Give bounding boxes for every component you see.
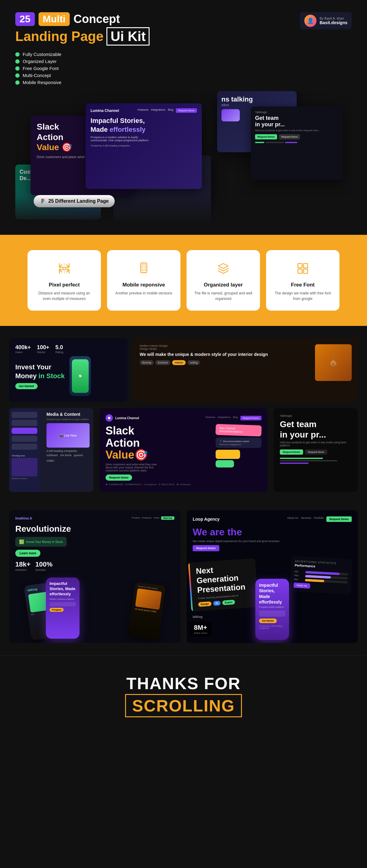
media-hero-bg: 🎬 Live Now	[47, 423, 90, 447]
learn-more-btn[interactable]: Learn more	[15, 550, 40, 557]
svg-rect-9	[303, 264, 308, 268]
big-stat-8m-label: Active users	[194, 632, 207, 634]
invest-cta[interactable]: Start free	[161, 517, 174, 520]
sc-trust-logos: ⊕ CAMBRIAN COMMVAULT Crompton ⊙ SECLOCK …	[105, 483, 211, 486]
svg-rect-3	[41, 202, 43, 203]
tag-chips: Design AI Export	[198, 598, 254, 607]
stock-btn[interactable]: Get Started	[15, 383, 38, 389]
layers-icon	[216, 261, 231, 276]
hero-title-row1: 25 Multi Concept	[15, 12, 150, 26]
rev-text: Revolutionize	[15, 524, 174, 534]
impactful-btn[interactable]: Get Started	[259, 619, 277, 623]
mockup-right: TalkMagic Get teamin your pr... Add your…	[251, 106, 342, 180]
features-list: Fully Customizable Organized Layer Free …	[15, 52, 352, 85]
figma-icon	[40, 198, 46, 204]
center-trust: Trusted by 4,000 leading companies	[91, 144, 197, 147]
tag-interior: interior	[172, 360, 186, 365]
getteam-sub: Add your products to get order in any mo…	[280, 441, 352, 447]
stat-18k: 18k+ Investors	[15, 560, 31, 571]
showcase-getteam: TalkMagic Get teamin your pr... Add your…	[274, 408, 358, 492]
stock-label-5: Rating	[55, 351, 63, 354]
thanks-top: THANKS FOR	[15, 674, 352, 693]
feature-card-layers: Organized layer The file is named, group…	[187, 250, 260, 311]
right-logo: TalkMagic	[255, 111, 338, 114]
invest-nav1: Product	[132, 517, 141, 520]
right-btn1[interactable]: Request Demo	[255, 134, 277, 140]
font-icon-wrap	[294, 259, 312, 278]
right-sub: Add your products to get order in any mo…	[255, 129, 338, 132]
sc-request-demo[interactable]: Request Demo	[240, 416, 262, 421]
font-icon	[296, 261, 310, 276]
chat-text-1: New channel #recommendations	[219, 427, 258, 434]
stat-18k-num: 18k+	[15, 560, 31, 568]
feature-item-2: Free Google Font	[15, 66, 352, 71]
big-stat-8m: 8M+	[194, 624, 207, 632]
sc-slack-subtext: Drive customers and pulse what they care…	[105, 463, 160, 472]
loop-hero-text: We are the	[193, 526, 352, 538]
svg-rect-2	[41, 200, 43, 202]
stock-stat-100: 100+ Stocks	[37, 344, 50, 354]
trust-logo-software: software	[47, 454, 58, 457]
nav-link-features: Features	[137, 108, 149, 113]
interior-text: We will make the unique & modern style o…	[140, 351, 312, 358]
showcase-section: 400k+ Users 100+ Stocks 5.0 Rating Inves…	[0, 326, 367, 510]
talking-label: talking	[193, 615, 203, 619]
slack-nav-name: Lumina Channel	[115, 416, 139, 420]
getteam-bar3	[280, 463, 309, 464]
feature-item-0: Fully Customizable	[15, 52, 352, 57]
preview-section: SlackActionValue 🎯 Drive customers and p…	[15, 91, 352, 226]
mobile-icon-wrap	[134, 259, 153, 278]
tag-ceiling: ceiling	[187, 360, 200, 365]
center-hero-text: Impacful Stories,Made effortlessly	[91, 117, 197, 134]
right-btn2[interactable]: Request Demo	[279, 134, 300, 140]
sidebar-label: Trending Now	[11, 455, 37, 457]
pixel-card-title: Pixel perfect	[49, 282, 80, 288]
phones-area: talking 8M+ Impactful Stories, Made effo…	[9, 578, 180, 639]
getteam-headline: Get teamin your pr...	[280, 419, 352, 440]
sidebar-item-2	[11, 420, 37, 426]
badge-multi: Multi	[38, 12, 70, 26]
author-name: Basit.designs	[319, 20, 347, 25]
revolutionize-content: Imathise.fr Product Features Team Start …	[9, 510, 180, 578]
adv-track-3	[305, 579, 348, 583]
feature-dot-0	[15, 52, 20, 57]
svg-rect-0	[41, 199, 43, 200]
nextgen-tablet: Next Generation Presentation Create stun…	[188, 558, 259, 612]
trust-logo-gummi: gummi	[74, 454, 83, 457]
sc-logo-cambrian: ⊕ CAMBRIAN	[105, 483, 123, 486]
svg-rect-7	[142, 264, 146, 271]
loop-nav2: Services	[301, 517, 311, 522]
notify-btn[interactable]: Notify me	[294, 583, 310, 589]
svg-rect-8	[298, 264, 302, 268]
stat-18k-label: Investors	[15, 568, 31, 571]
loop-request-btn[interactable]: Request Demo	[193, 545, 219, 551]
title-concept: Concept	[73, 12, 120, 26]
sidebar-item-1	[11, 412, 37, 418]
phone-input	[50, 602, 76, 606]
feature-dot-1	[15, 59, 20, 64]
author-by-label: By Basit A. khan	[319, 17, 347, 20]
getteam-btn2[interactable]: Request Demo	[305, 450, 327, 455]
nav-cta[interactable]: Request Demo	[176, 108, 197, 113]
author-badge: 👤 By Basit A. khan Basit.designs	[300, 12, 352, 29]
feature-label-3: Multi-Concept	[23, 73, 51, 78]
sc-slack-cta[interactable]: Request Demo	[105, 474, 132, 480]
svg-point-5	[63, 267, 65, 270]
feature-label-4: Mobile Responsive	[23, 80, 61, 85]
features-section: Pixel perfect Distance and measure using…	[0, 235, 367, 326]
loop-cta[interactable]: Request Demo	[326, 517, 352, 522]
svg-rect-10	[298, 269, 302, 273]
getteam-btn1[interactable]: Request Demo	[280, 450, 303, 455]
nav-link-integrations: Integrations	[151, 108, 165, 113]
sidebar-item-3	[11, 428, 37, 434]
phone-btn[interactable]: Prospera	[50, 608, 64, 612]
getteam-bar2	[280, 460, 337, 461]
feature-dot-4	[15, 81, 20, 85]
big-stat-badge: 8M+ Active users	[190, 621, 212, 637]
thanks-section: THANKS FOR SCROLLING	[0, 655, 367, 736]
font-card-title: Free Font	[291, 282, 314, 288]
accent-bar	[188, 563, 193, 612]
chat-yellow	[216, 450, 240, 459]
hero-title-row2: Landing Page Ui Kit	[15, 27, 150, 45]
feature-label-0: Fully Customizable	[23, 52, 61, 57]
